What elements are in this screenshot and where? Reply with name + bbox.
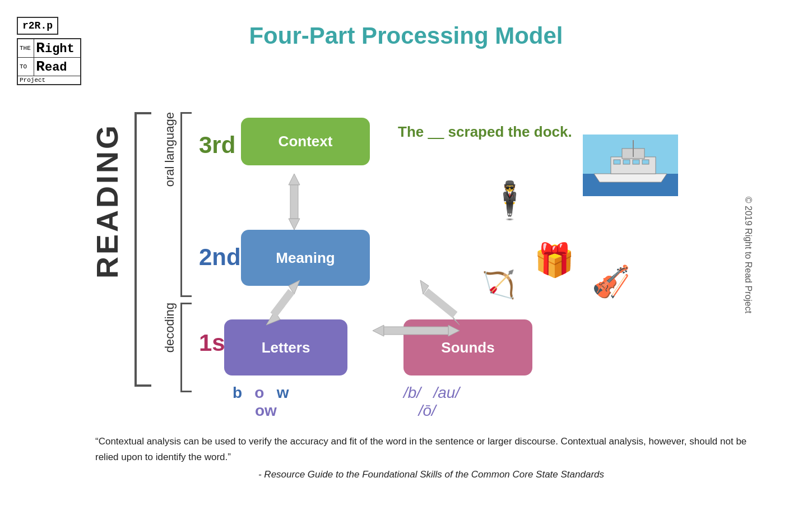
svg-line-8 bbox=[426, 291, 455, 315]
svg-rect-18 bbox=[614, 160, 620, 164]
quote-text: “Contextual analysis can be used to veri… bbox=[95, 436, 746, 462]
copyright-text: © 2019 Right to Read Project bbox=[743, 197, 753, 313]
svg-marker-7 bbox=[420, 280, 429, 294]
context-box: Context bbox=[241, 118, 370, 165]
violin-image: 🎻 bbox=[592, 263, 630, 300]
svg-marker-9 bbox=[373, 325, 384, 336]
svg-rect-2 bbox=[290, 185, 298, 219]
svg-rect-21 bbox=[642, 160, 649, 164]
blank-underline: __ bbox=[428, 123, 444, 140]
context-box-label: Context bbox=[279, 133, 333, 150]
logo-ead: ead bbox=[45, 61, 67, 75]
oral-language-label: oral language bbox=[163, 112, 177, 187]
quote-section: “Contextual analysis can be used to veri… bbox=[95, 434, 767, 482]
svg-marker-1 bbox=[289, 219, 300, 230]
page-title: Four-Part Processing Model bbox=[0, 22, 812, 49]
sounds-box: Sounds bbox=[403, 319, 532, 375]
decoding-label: decoding bbox=[163, 303, 177, 353]
reading-label: READING bbox=[90, 123, 124, 279]
svg-line-5 bbox=[273, 291, 291, 315]
logo-to: TO bbox=[18, 58, 34, 76]
sound-b: /b/ bbox=[403, 384, 421, 401]
svg-rect-20 bbox=[633, 160, 639, 164]
svg-rect-19 bbox=[623, 160, 630, 164]
letters-below-area: b o w ow bbox=[233, 384, 289, 420]
rank-2nd: 2nd bbox=[199, 244, 241, 271]
sound-au: /au/ bbox=[433, 384, 460, 401]
context-sentence: The __ scraped the dock. bbox=[398, 123, 572, 141]
person-figure: 🕴 bbox=[487, 179, 532, 222]
letter-b: b bbox=[233, 384, 242, 401]
svg-marker-14 bbox=[594, 174, 667, 182]
sounds-below-area: /b/ /au/ /ō/ bbox=[403, 384, 460, 420]
logo-project: Project bbox=[18, 76, 81, 85]
letters-box: Letters bbox=[224, 319, 347, 375]
meaning-box-label: Meaning bbox=[276, 249, 335, 267]
letter-ow: ow bbox=[255, 402, 277, 419]
ship-svg bbox=[583, 135, 678, 196]
bracket-oral bbox=[180, 112, 192, 297]
sound-o-bar: /ō/ bbox=[419, 402, 436, 419]
logo-read: Read bbox=[34, 58, 81, 76]
rank-3rd: 3rd bbox=[199, 132, 235, 159]
sounds-box-label: Sounds bbox=[441, 339, 494, 356]
gift-image: 🎁 bbox=[534, 241, 574, 279]
quote-source: - Resource Guide to the Foundational Ski… bbox=[95, 467, 767, 482]
bracket-reading bbox=[134, 112, 151, 387]
letter-o: o bbox=[254, 384, 264, 401]
letter-w: w bbox=[277, 384, 289, 401]
diagram-area: READING oral language decoding 3rd 2nd 1… bbox=[90, 78, 678, 443]
ship-image bbox=[583, 135, 678, 198]
bracket-decoding bbox=[180, 303, 192, 392]
bow-arrow-image: 🏹 bbox=[482, 269, 516, 300]
meaning-box: Meaning bbox=[241, 230, 370, 286]
svg-marker-0 bbox=[289, 174, 300, 185]
letters-box-label: Letters bbox=[262, 339, 310, 356]
